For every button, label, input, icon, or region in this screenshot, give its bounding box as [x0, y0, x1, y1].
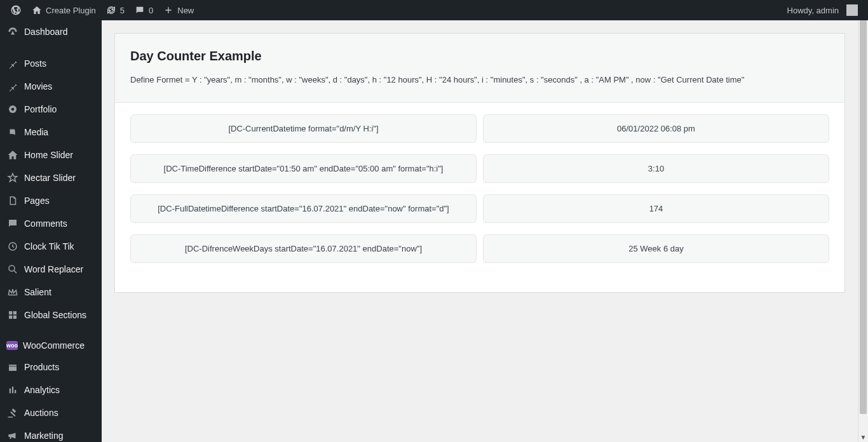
sidebar-item-label: Media: [24, 127, 48, 137]
sidebar-item-label: Marketing: [24, 431, 63, 441]
example-card: Day Counter Example Define Formet = Y : …: [114, 33, 845, 293]
sidebar-item-label: Pages: [24, 196, 50, 206]
shortcode-cell: [DC-FullDatetimeDifference startDate="16…: [130, 194, 477, 223]
new-label: New: [177, 6, 194, 15]
sidebar-item-posts[interactable]: Posts: [0, 52, 102, 75]
sidebar-item-global-sections[interactable]: Global Sections: [0, 304, 102, 326]
page-subtitle: Define Formet = Y : "years", m : "months…: [130, 75, 829, 84]
card-body: [DC-CurrentDatetime format="d/m/Y H:i"] …: [115, 103, 844, 292]
comments-count: 0: [149, 6, 153, 15]
updates-count: 5: [120, 6, 125, 15]
updates[interactable]: 5: [101, 0, 130, 20]
new-content[interactable]: New: [158, 0, 199, 20]
star-icon: [6, 171, 19, 184]
example-row: [DC-FullDatetimeDifference startDate="16…: [130, 194, 829, 223]
search-icon: [6, 263, 19, 276]
pin-icon: [6, 57, 19, 70]
howdy-user[interactable]: Howdy, admin: [782, 0, 863, 20]
result-cell: 174: [483, 194, 829, 223]
sidebar-item-nectar-slider[interactable]: Nectar Slider: [0, 166, 102, 189]
woo-icon: woo: [6, 341, 18, 350]
sidebar-item-clock[interactable]: Clock Tik Tik: [0, 235, 102, 258]
shortcode-cell: [DC-CurrentDatetime format="d/m/Y H:i"]: [130, 114, 477, 143]
sidebar-item-label: Home Slider: [24, 150, 73, 160]
pin-icon: [6, 80, 19, 93]
sidebar-item-label: Comments: [24, 218, 67, 229]
site-name[interactable]: Create Plugin: [27, 0, 101, 20]
adminbar-left: Create Plugin 5 0 New: [5, 0, 199, 20]
scrollbar-thumb[interactable]: [860, 20, 867, 414]
dashboard-icon: [6, 25, 19, 38]
wordpress-icon: [10, 4, 22, 16]
wp-logo[interactable]: [5, 0, 27, 20]
refresh-icon: [106, 5, 116, 15]
sidebar-item-products[interactable]: Products: [0, 356, 102, 378]
media-icon: [6, 126, 19, 138]
sidebar-item-media[interactable]: Media: [0, 121, 102, 144]
scroll-down-icon[interactable]: ▼: [858, 434, 868, 441]
grid-icon: [6, 309, 19, 321]
comment-icon: [6, 217, 19, 230]
home-icon: [32, 5, 42, 15]
result-cell: 25 Week 6 day: [483, 234, 829, 263]
sidebar-item-analytics[interactable]: Analytics: [0, 378, 102, 401]
sidebar-item-label: Portfolio: [24, 104, 57, 114]
sidebar-item-movies[interactable]: Movies: [0, 75, 102, 98]
sidebar-item-word-replacer[interactable]: Word Replacer: [0, 258, 102, 281]
sidebar-item-label: Clock Tik Tik: [24, 241, 74, 251]
adminbar-right: Howdy, admin: [782, 0, 863, 20]
sidebar-item-label: Global Sections: [24, 310, 86, 320]
sidebar-item-label: Movies: [24, 81, 52, 91]
chart-icon: [6, 384, 19, 396]
sidebar-item-pages[interactable]: Pages: [0, 189, 102, 212]
page-title: Day Counter Example: [130, 49, 829, 64]
sidebar-item-label: WooCommerce: [23, 340, 85, 351]
svg-point-3: [9, 265, 15, 271]
avatar: [846, 4, 858, 16]
crown-icon: [6, 286, 19, 298]
sidebar-item-auctions[interactable]: Auctions: [0, 401, 102, 424]
sidebar-item-label: Analytics: [24, 385, 60, 395]
box-icon: [6, 361, 19, 373]
example-row: [DC-TimeDifference startDate="01:50 am" …: [130, 154, 829, 183]
site-name-label: Create Plugin: [46, 6, 96, 15]
result-cell: 3:10: [483, 154, 829, 183]
page-icon: [6, 194, 19, 207]
shortcode-cell: [DC-DifrenceWeekDays startDate="16.07.20…: [130, 234, 477, 263]
example-row: [DC-DifrenceWeekDays startDate="16.07.20…: [130, 234, 829, 263]
adminbar: Create Plugin 5 0 New Howdy, admin: [0, 0, 868, 20]
sidebar-item-label: Posts: [24, 58, 46, 69]
sidebar-item-salient[interactable]: Salient: [0, 281, 102, 304]
card-header: Day Counter Example Define Formet = Y : …: [115, 34, 844, 103]
sidebar-item-dashboard[interactable]: Dashboard: [0, 20, 102, 43]
clock-icon: [6, 240, 19, 253]
sidebar-item-label: Nectar Slider: [24, 173, 76, 183]
megaphone-icon: [6, 429, 19, 442]
sidebar-item-marketing[interactable]: Marketing: [0, 424, 102, 442]
sidebar-item-label: Word Replacer: [24, 264, 83, 274]
howdy-label: Howdy, admin: [787, 6, 839, 15]
comments-link[interactable]: 0: [130, 0, 158, 20]
plus-icon: [163, 5, 173, 15]
sidebar-item-home-slider[interactable]: Home Slider: [0, 144, 102, 166]
admin-sidebar: Dashboard Posts Movies Portfolio Media H…: [0, 20, 102, 442]
sidebar-item-woocommerce[interactable]: woo WooCommerce: [0, 335, 102, 356]
content-area: Day Counter Example Define Formet = Y : …: [102, 20, 858, 442]
svg-point-1: [11, 108, 15, 111]
sidebar-item-portfolio[interactable]: Portfolio: [0, 98, 102, 121]
result-cell: 06/01/2022 06:08 pm: [483, 114, 829, 143]
scrollbar[interactable]: ▼: [858, 20, 868, 442]
sidebar-item-label: Auctions: [24, 408, 58, 418]
sidebar-item-label: Products: [24, 362, 59, 372]
sidebar-item-label: Dashboard: [24, 27, 68, 37]
sidebar-item-label: Salient: [24, 287, 51, 297]
sidebar-item-comments[interactable]: Comments: [0, 212, 102, 235]
shortcode-cell: [DC-TimeDifference startDate="01:50 am" …: [130, 154, 477, 183]
example-row: [DC-CurrentDatetime format="d/m/Y H:i"] …: [130, 114, 829, 143]
comment-icon: [135, 5, 145, 15]
gavel-icon: [6, 406, 19, 419]
portfolio-icon: [6, 103, 19, 116]
home-icon: [6, 149, 19, 161]
